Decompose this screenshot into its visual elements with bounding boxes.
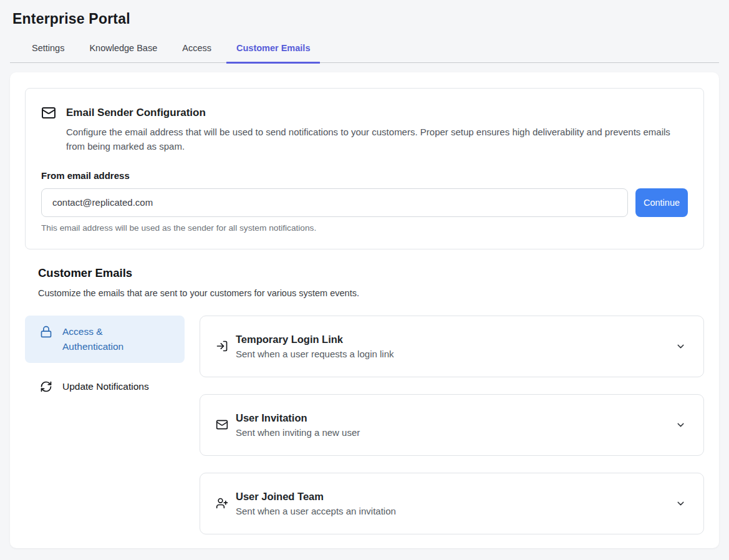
email-card-temporary-login-link[interactable]: Temporary Login Link Sent when a user re… (200, 316, 704, 377)
from-email-input[interactable] (41, 188, 628, 217)
email-card-subtitle: Sent when a user requests a login link (236, 349, 393, 359)
user-plus-icon (216, 497, 228, 509)
continue-button[interactable]: Continue (635, 188, 688, 217)
customer-emails-heading: Customer Emails (38, 266, 704, 280)
chevron-down-icon[interactable] (675, 420, 686, 430)
from-email-label: From email address (41, 170, 688, 181)
from-email-helper-text: This email address will be used as the s… (41, 223, 688, 233)
tab-customer-emails[interactable]: Customer Emails (226, 43, 320, 64)
sidebar-item-label: Access & Authentication (62, 324, 156, 354)
sender-card-title: Email Sender Configuration (66, 105, 206, 119)
mail-icon (216, 418, 228, 431)
sidebar-item-label: Update Notifications (62, 379, 149, 394)
page-header: Enterprise Portal (0, 0, 729, 27)
email-card-title: User Joined Team (236, 491, 396, 503)
customer-emails-section-header: Customer Emails Customize the emails tha… (38, 266, 704, 298)
tab-access[interactable]: Access (172, 43, 221, 64)
tab-bar: Settings Knowledge Base Access Customer … (10, 43, 719, 63)
chevron-down-icon[interactable] (675, 341, 686, 352)
tab-settings[interactable]: Settings (22, 43, 74, 64)
mail-icon (41, 105, 56, 120)
sidebar-item-update-notifications[interactable]: Update Notifications (25, 370, 185, 403)
email-category-sidebar: Access & Authentication Update Notificat… (25, 316, 185, 403)
email-card-title: Temporary Login Link (236, 334, 393, 345)
refresh-icon (40, 380, 52, 393)
email-card-user-joined-team[interactable]: User Joined Team Sent when a user accept… (200, 473, 704, 534)
chevron-down-icon[interactable] (675, 498, 686, 509)
email-card-subtitle: Sent when a user accepts an invitation (236, 506, 396, 516)
email-card-title: User Invitation (236, 412, 360, 424)
log-in-icon (216, 340, 228, 352)
email-card-subtitle: Sent when inviting a new user (236, 427, 360, 438)
tab-knowledge-base[interactable]: Knowledge Base (79, 43, 167, 64)
email-template-list: Temporary Login Link Sent when a user re… (200, 316, 704, 534)
sender-card-description: Configure the email address that will be… (66, 125, 677, 154)
customer-emails-description: Customize the emails that are sent to yo… (38, 288, 704, 298)
email-sender-configuration-card: Email Sender Configuration Configure the… (25, 88, 704, 249)
lock-icon (40, 326, 52, 338)
email-card-user-invitation[interactable]: User Invitation Sent when inviting a new… (200, 394, 704, 456)
main-panel: Email Sender Configuration Configure the… (10, 72, 719, 548)
sidebar-item-access-authentication[interactable]: Access & Authentication (25, 316, 185, 363)
page-title: Enterprise Portal (12, 11, 717, 27)
